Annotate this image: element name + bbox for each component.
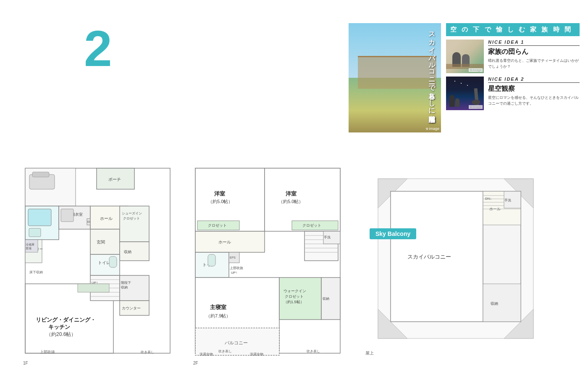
svg-text:収納: 収納 bbox=[491, 301, 498, 306]
svg-text:吹き表し: 吹き表し bbox=[307, 349, 320, 353]
floor-plan-3-label: 屋上 bbox=[365, 350, 542, 356]
header-title-box: 空 の 下 で 愉 し む 家 族 時 間 bbox=[446, 23, 580, 36]
svg-text:UP↑: UP↑ bbox=[231, 271, 237, 275]
top-right-section: スカイバルコニーで暮らしに開放感を ※image 空 の 下 で 愉 し む 家… bbox=[349, 23, 580, 132]
svg-rect-7 bbox=[29, 228, 41, 237]
floor-plan-1-container: 洗濯脱衣室 EPS ホール 玄関 シューズイン クロゼット 収納 トイレ UP↑ bbox=[23, 166, 172, 365]
svg-text:トイレ: トイレ bbox=[98, 260, 110, 265]
svg-text:（約5.0帖）: （約5.0帖） bbox=[278, 199, 303, 204]
svg-text:洋室: 洋室 bbox=[214, 190, 225, 197]
svg-text:クロゼット: クロゼット bbox=[208, 223, 227, 227]
nice-idea-1-content: NICE IDEA 1 家族の団らん 晴れ渡る青空のもと、ご家族でティータイムは… bbox=[488, 40, 580, 69]
svg-rect-6 bbox=[28, 209, 51, 226]
nice-idea-2-tag: NICE IDEA 2 bbox=[488, 77, 580, 83]
svg-rect-66 bbox=[208, 254, 215, 266]
nice-idea-2-thumb: ※image bbox=[446, 77, 484, 110]
svg-text:DN↓: DN↓ bbox=[485, 197, 492, 201]
svg-text:洋室: 洋室 bbox=[286, 190, 297, 197]
svg-text:キッチン: キッチン bbox=[48, 324, 70, 330]
svg-text:手洗: 手洗 bbox=[504, 198, 511, 202]
nice-idea-2-block: ※image NICE IDEA 2 星空観察 星空にロマンを感せる、そんなひと… bbox=[446, 77, 580, 110]
svg-rect-4 bbox=[32, 172, 49, 177]
nice-idea-1-thumb: ※image bbox=[446, 40, 484, 73]
svg-text:クロゼット: クロゼット bbox=[302, 223, 321, 227]
svg-text:リビング・ダイニング・: リビング・ダイニング・ bbox=[36, 317, 96, 323]
svg-rect-10 bbox=[61, 209, 74, 222]
svg-rect-44 bbox=[25, 240, 38, 252]
nice-idea-1-desc: 晴れ渡る青空のもと、ご家族でティータイムはいかがでしょうか？ bbox=[488, 58, 580, 69]
svg-text:ホール: ホール bbox=[218, 240, 231, 244]
svg-text:EPS: EPS bbox=[230, 256, 236, 259]
main-photo-note: ※image bbox=[425, 127, 439, 131]
svg-text:収納: 収納 bbox=[323, 297, 329, 301]
nice-idea-2-content: NICE IDEA 2 星空観察 星空にロマンを感せる、そんなひとときをスカイバ… bbox=[488, 77, 580, 106]
svg-text:収納: 収納 bbox=[124, 250, 131, 254]
svg-text:置場: 置場 bbox=[26, 247, 32, 250]
svg-text:上部吹抜: 上部吹抜 bbox=[40, 350, 55, 354]
svg-text:ウォークイン: ウォークイン bbox=[284, 289, 306, 293]
floor-plan-2-container: 洋室 （約5.0帖） クロゼット 洋室 （約5.0帖） クロゼット ホール トイ… bbox=[193, 166, 342, 365]
svg-text:（約1.5帖）: （約1.5帖） bbox=[284, 300, 304, 304]
svg-rect-47 bbox=[78, 284, 109, 292]
svg-text:玄関: 玄関 bbox=[97, 240, 105, 244]
svg-text:冷蔵庫: 冷蔵庫 bbox=[26, 243, 34, 246]
svg-text:（約5.0帖）: （約5.0帖） bbox=[208, 199, 233, 204]
floor-plan-2-svg: 洋室 （約5.0帖） クロゼット 洋室 （約5.0帖） クロゼット ホール トイ… bbox=[193, 166, 342, 357]
nice-idea-2-note: ※image bbox=[469, 105, 483, 109]
nice-idea-2-desc: 星空にロマンを感せる、そんなひとときをスカイバルコニーでの過ごし方です。 bbox=[488, 95, 580, 106]
page-number: 2 bbox=[84, 23, 112, 74]
svg-text:階段下: 階段下 bbox=[121, 281, 131, 285]
svg-text:ホール: ホール bbox=[100, 216, 113, 221]
nice-idea-1-block: ※image NICE IDEA 1 家族の団らん 晴れ渡る青空のもと、ご家族で… bbox=[446, 40, 580, 73]
svg-text:バルコニー: バルコニー bbox=[224, 340, 248, 345]
nice-idea-1-tag: NICE IDEA 1 bbox=[488, 40, 580, 46]
nice-idea-2-subtitle: 星空観察 bbox=[488, 85, 580, 93]
svg-text:手洗: 手洗 bbox=[324, 235, 331, 239]
svg-text:ポーチ: ポーチ bbox=[108, 177, 121, 182]
svg-text:スカイバルコニー: スカイバルコニー bbox=[407, 254, 451, 260]
svg-rect-83 bbox=[279, 278, 321, 320]
svg-text:（約20.6帖）: （約20.6帖） bbox=[46, 331, 76, 337]
svg-text:吹き表し: 吹き表し bbox=[141, 350, 154, 354]
svg-rect-15 bbox=[90, 229, 120, 254]
svg-text:洗濯金物: 洗濯金物 bbox=[250, 352, 263, 356]
svg-text:床下収納: 床下収納 bbox=[29, 270, 43, 274]
svg-text:カウンター: カウンター bbox=[122, 306, 141, 310]
svg-text:（約7.9帖）: （約7.9帖） bbox=[206, 313, 231, 318]
floor-plan-3-svg: スカイバルコニー ホール DN↓ 手洗 収納 bbox=[365, 166, 542, 347]
svg-text:クロゼット: クロゼット bbox=[123, 217, 140, 220]
nice-idea-1-note: ※image bbox=[469, 68, 483, 72]
nice-idea-1-subtitle: 家族の団らん bbox=[488, 48, 580, 56]
svg-rect-24 bbox=[109, 256, 117, 267]
main-photo: スカイバルコニーで暮らしに開放感を ※image bbox=[349, 23, 441, 132]
floor-plan-2-label: 2F bbox=[193, 361, 342, 365]
svg-text:シューズイン: シューズイン bbox=[122, 212, 142, 215]
svg-text:吹き表し: 吹き表し bbox=[218, 349, 232, 353]
svg-rect-114 bbox=[483, 284, 521, 322]
floor-plan-1-label: 1F bbox=[23, 361, 172, 365]
svg-text:洗濯金物: 洗濯金物 bbox=[200, 352, 213, 356]
sky-balcony-label: Sky Balcony bbox=[370, 228, 416, 239]
main-photo-text: スカイバルコニーで暮らしに開放感を bbox=[426, 27, 437, 118]
svg-text:収納: 収納 bbox=[121, 286, 128, 289]
svg-text:上部吹抜: 上部吹抜 bbox=[230, 266, 243, 270]
svg-text:クロゼット: クロゼット bbox=[285, 294, 304, 299]
floor-plan-3-container: Sky Balcony スカイバルコニー ホール DN↓ bbox=[365, 166, 542, 356]
right-info-panel: 空 の 下 で 愉 し む 家 族 時 間 ※image NICE IDEA 1… bbox=[446, 23, 580, 132]
floor-plan-1-svg: 洗濯脱衣室 EPS ホール 玄関 シューズイン クロゼット 収納 トイレ UP↑ bbox=[23, 166, 172, 357]
svg-text:主寝室: 主寝室 bbox=[210, 304, 226, 310]
header-title: 空 の 下 で 愉 し む 家 族 時 間 bbox=[450, 26, 575, 34]
